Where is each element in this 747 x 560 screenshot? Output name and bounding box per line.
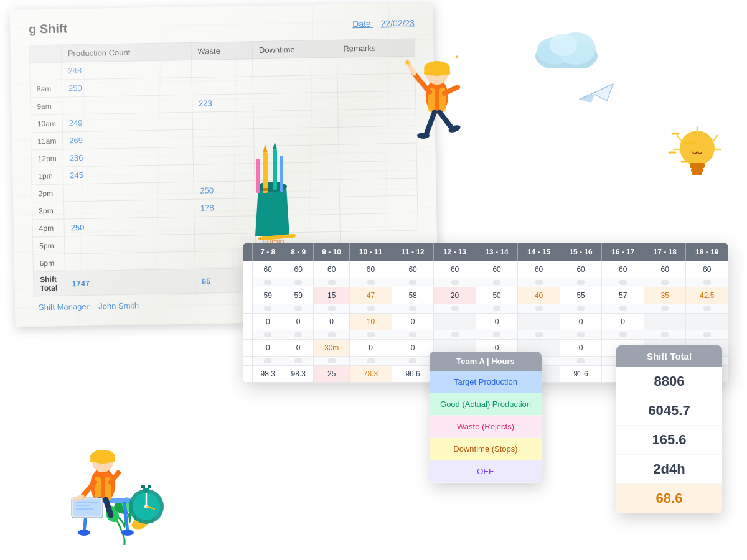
legend-waste: Waste (Rejects)	[430, 416, 542, 438]
worker-celebrate-illustration: ★ ✦	[392, 37, 479, 156]
legend-card: Team A | Hours Target Production Good (A…	[430, 352, 542, 483]
shift-total-oee: 68.6	[616, 484, 722, 513]
shift-total-target: 8806	[616, 367, 722, 396]
shift-log-date: Date: 22/02/23	[347, 17, 415, 29]
shift-total-downtime: 2d4h	[616, 455, 722, 484]
shift-log-header: g Shift Date: 22/02/23	[29, 16, 415, 37]
shift-manager-name: John Smith	[98, 301, 139, 310]
date-value: 22/02/23	[380, 17, 415, 28]
shift-total-waste: 165.6	[616, 426, 722, 455]
svg-rect-41	[280, 156, 283, 192]
deco-lines	[666, 131, 697, 170]
svg-rect-55	[90, 459, 115, 462]
svg-text:★: ★	[403, 57, 411, 67]
svg-marker-40	[273, 143, 277, 149]
date-label: Date:	[352, 18, 374, 29]
shift-total-actual: 6045.7	[616, 396, 722, 426]
cloud-decoration	[529, 25, 604, 71]
svg-marker-44	[258, 236, 262, 241]
svg-rect-74	[148, 485, 151, 488]
stopwatch-decoration	[125, 477, 168, 529]
svg-point-31	[417, 133, 430, 139]
col-time	[29, 45, 62, 63]
col-waste: Waste	[191, 42, 253, 60]
pencil-cup-illustration	[243, 143, 305, 243]
svg-line-65	[76, 497, 82, 499]
svg-rect-38	[263, 188, 268, 191]
shift-log-title: g Shift	[29, 21, 68, 36]
shift-total-card: Shift Total 8806 6045.7 165.6 2d4h 68.6	[616, 345, 722, 513]
svg-text:✦: ✦	[454, 54, 459, 60]
legend-target: Target Production	[430, 371, 542, 393]
svg-point-48	[78, 530, 90, 536]
col-production: Production Count	[61, 42, 191, 62]
legend-oee: OEE	[430, 460, 542, 483]
svg-marker-37	[263, 144, 268, 152]
svg-point-49	[121, 530, 134, 536]
legend-downtime: Downtime (Stops)	[430, 438, 542, 460]
svg-rect-25	[424, 70, 450, 75]
shift-total-header: Shift Total	[616, 345, 722, 367]
svg-rect-10	[692, 172, 702, 175]
svg-rect-60	[73, 499, 101, 516]
paper-airplane-decoration	[579, 81, 616, 105]
legend-header: Team A | Hours	[430, 352, 542, 371]
svg-rect-42	[256, 159, 260, 193]
svg-line-30	[439, 112, 451, 128]
legend-good: Good (Actual) Production	[430, 393, 542, 416]
svg-line-13	[713, 136, 717, 141]
col-downtime: Downtime	[252, 40, 337, 58]
svg-rect-39	[273, 149, 277, 190]
svg-point-3	[550, 34, 577, 56]
svg-line-29	[426, 112, 435, 134]
svg-rect-36	[263, 152, 268, 193]
shift-manager-label: Shift Manager:	[39, 302, 92, 312]
svg-rect-73	[141, 485, 145, 488]
